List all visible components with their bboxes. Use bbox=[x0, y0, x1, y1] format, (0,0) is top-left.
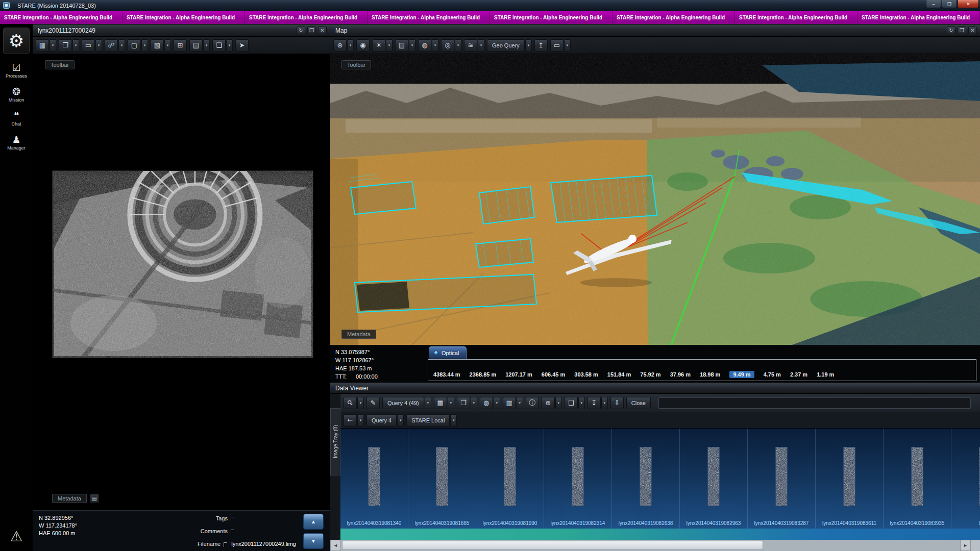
save-dropdown[interactable]: ▾ bbox=[50, 39, 56, 52]
duplicate-button[interactable]: ❐ bbox=[457, 397, 470, 409]
scrollbar-track[interactable] bbox=[341, 540, 960, 551]
scale-value[interactable]: 75.92 m bbox=[640, 371, 660, 378]
scale-value[interactable]: 151.84 m bbox=[607, 371, 631, 378]
refresh-panel-icon[interactable]: ↻ bbox=[947, 27, 955, 34]
restore-panel-icon[interactable]: ❐ bbox=[307, 27, 316, 34]
image-dropdown[interactable]: ▾ bbox=[164, 39, 171, 52]
pointer-button[interactable]: ➤ bbox=[235, 39, 249, 52]
back-button[interactable]: ← bbox=[344, 414, 357, 427]
thumbnail-cell[interactable]: lynx2014040319081340 bbox=[340, 429, 408, 529]
title-bar[interactable]: STARE (Mission 20140728_03) – ❐ ✕ bbox=[0, 0, 980, 11]
sar-image[interactable] bbox=[52, 170, 313, 358]
query-select-button[interactable]: Query 4 (49) bbox=[382, 397, 424, 409]
screen-dropdown[interactable]: ▾ bbox=[141, 39, 148, 52]
close-panel-icon[interactable]: ✕ bbox=[968, 27, 977, 34]
globe-add-button[interactable]: ⊕ bbox=[542, 397, 555, 409]
link-button[interactable]: ☍ bbox=[105, 39, 118, 52]
image-button[interactable]: ▧ bbox=[151, 39, 164, 52]
layers-flow-dropdown[interactable]: ▾ bbox=[478, 39, 484, 52]
sidebar-item-processes[interactable]: ☑Processes bbox=[6, 62, 27, 79]
restore-panel-icon[interactable]: ❐ bbox=[958, 27, 966, 34]
grid-view-dropdown[interactable]: ▾ bbox=[448, 397, 454, 409]
info-button[interactable]: ⓘ bbox=[526, 397, 539, 409]
globe-search-button[interactable]: ◎ bbox=[441, 39, 454, 52]
save-results-button[interactable]: ↧ bbox=[587, 397, 601, 409]
scroll-up-button[interactable]: ▲ bbox=[303, 514, 324, 530]
scale-value[interactable]: 2368.85 m bbox=[470, 371, 497, 378]
display-dropdown[interactable]: ▾ bbox=[564, 39, 571, 52]
globe-dropdown[interactable]: ▾ bbox=[432, 39, 438, 52]
scale-value[interactable]: 2.37 m bbox=[790, 371, 807, 378]
layers-dropdown[interactable]: ▾ bbox=[226, 39, 233, 52]
sidebar-item-mission[interactable]: ❂Mission bbox=[9, 86, 24, 103]
thumbnail-cell[interactable]: lynx2014040319081990 bbox=[476, 429, 544, 529]
measure-dropdown[interactable]: ▾ bbox=[409, 39, 415, 52]
scroll-right-arrow[interactable]: ► bbox=[960, 540, 971, 551]
settings-launcher-button[interactable]: ⚙ bbox=[3, 28, 30, 54]
snapshot-button[interactable]: ◉ bbox=[356, 39, 370, 52]
thumbnail-cell[interactable]: lynx2014040319081665 bbox=[408, 429, 476, 529]
image-panel-header[interactable]: lynx20011127000249 ↻❐✕ bbox=[33, 24, 330, 37]
scroll-left-arrow[interactable]: ◄ bbox=[330, 540, 341, 551]
sidebar-item-chat[interactable]: ❝Chat bbox=[11, 110, 21, 127]
back-dropdown[interactable]: ▾ bbox=[357, 414, 364, 427]
measure-button[interactable]: ▤ bbox=[395, 39, 408, 52]
scale-value[interactable]: 303.58 m bbox=[574, 371, 598, 378]
save-button[interactable]: ▦ bbox=[36, 39, 49, 52]
tab-optical[interactable]: Optical bbox=[429, 346, 467, 359]
link-dropdown[interactable]: ▾ bbox=[118, 39, 125, 52]
thumbnail-cell[interactable]: lynx2014040319082314 bbox=[544, 429, 612, 529]
scale-value[interactable]: 1207.17 m bbox=[505, 371, 532, 378]
pan-globe-dropdown[interactable]: ▾ bbox=[347, 39, 354, 52]
new-window-dropdown[interactable]: ▾ bbox=[72, 39, 79, 52]
export-button[interactable]: ↥ bbox=[534, 39, 548, 52]
brightness-dropdown[interactable]: ▾ bbox=[386, 39, 393, 52]
scale-value[interactable]: 9.49 m bbox=[729, 371, 754, 378]
duplicate-dropdown[interactable]: ▾ bbox=[471, 397, 477, 409]
thumbnail-cell[interactable]: lynx2014040319083935 bbox=[884, 429, 951, 529]
pan-globe-button[interactable]: ⊛ bbox=[333, 39, 347, 52]
close-button[interactable]: Close bbox=[626, 397, 651, 409]
globe-button[interactable]: ◍ bbox=[418, 39, 431, 52]
display-button[interactable]: ▭ bbox=[550, 39, 564, 52]
maximize-button[interactable]: ❐ bbox=[942, 0, 957, 8]
add-overlay-button[interactable]: ⊞ bbox=[174, 39, 187, 52]
globe-add-dropdown[interactable]: ▾ bbox=[555, 397, 562, 409]
search-button[interactable]: ♀ bbox=[344, 397, 357, 409]
display-dropdown[interactable]: ▾ bbox=[95, 39, 102, 52]
thumbnail-cell[interactable]: lynx2014040319082963 bbox=[680, 429, 748, 529]
geo-query-button[interactable]: Geo Query bbox=[487, 39, 525, 52]
globe-dropdown[interactable]: ▾ bbox=[494, 397, 500, 409]
source-button[interactable]: STARE Local bbox=[406, 414, 450, 427]
query-button[interactable]: Query 4 bbox=[366, 414, 397, 427]
close-panel-icon[interactable]: ✕ bbox=[318, 27, 327, 34]
new-window-button[interactable]: ❐ bbox=[59, 39, 72, 52]
map-3d-view[interactable]: Toolbar Metadata bbox=[330, 54, 980, 345]
warning-icon[interactable]: ⚠ bbox=[10, 528, 22, 545]
field-value[interactable]: lynx20011127000249.limg bbox=[231, 541, 296, 547]
thumbnail-cell[interactable]: lynx2014040319083287 bbox=[748, 429, 816, 529]
windows-button[interactable]: ❑ bbox=[565, 397, 578, 409]
scale-value[interactable]: 4383.44 m bbox=[433, 371, 460, 378]
download-button[interactable]: ⇩ bbox=[610, 397, 624, 409]
statistics-dropdown[interactable]: ▾ bbox=[517, 397, 523, 409]
scale-value[interactable]: 1.19 m bbox=[817, 371, 834, 378]
scroll-down-button[interactable]: ▼ bbox=[303, 533, 324, 549]
metadata-options-button[interactable]: ▤ bbox=[90, 494, 99, 503]
layers-flow-button[interactable]: ≋ bbox=[464, 39, 477, 52]
source-dropdown[interactable]: ▾ bbox=[450, 414, 457, 427]
windows-dropdown[interactable]: ▾ bbox=[578, 397, 585, 409]
thumbnail-cell[interactable]: lynx2014040319083611 bbox=[816, 429, 884, 529]
geo-query-dropdown[interactable]: ▾ bbox=[525, 39, 532, 52]
refresh-panel-icon[interactable]: ↻ bbox=[297, 27, 305, 34]
horizontal-scrollbar[interactable]: ◄ ► bbox=[330, 540, 980, 551]
query-dropdown[interactable]: ▾ bbox=[397, 414, 404, 427]
measure-button[interactable]: ▤ bbox=[189, 39, 203, 52]
sidebar-item-manager[interactable]: ♟Manager bbox=[7, 134, 26, 151]
annotate-button[interactable]: ✎ bbox=[366, 397, 380, 409]
scale-value[interactable]: 18.98 m bbox=[700, 371, 720, 378]
display-button[interactable]: ▭ bbox=[82, 39, 95, 52]
globe-search-dropdown[interactable]: ▾ bbox=[455, 39, 461, 52]
statistics-button[interactable]: ▥ bbox=[503, 397, 516, 409]
data-viewer-header[interactable]: Data Viewer bbox=[330, 383, 980, 394]
